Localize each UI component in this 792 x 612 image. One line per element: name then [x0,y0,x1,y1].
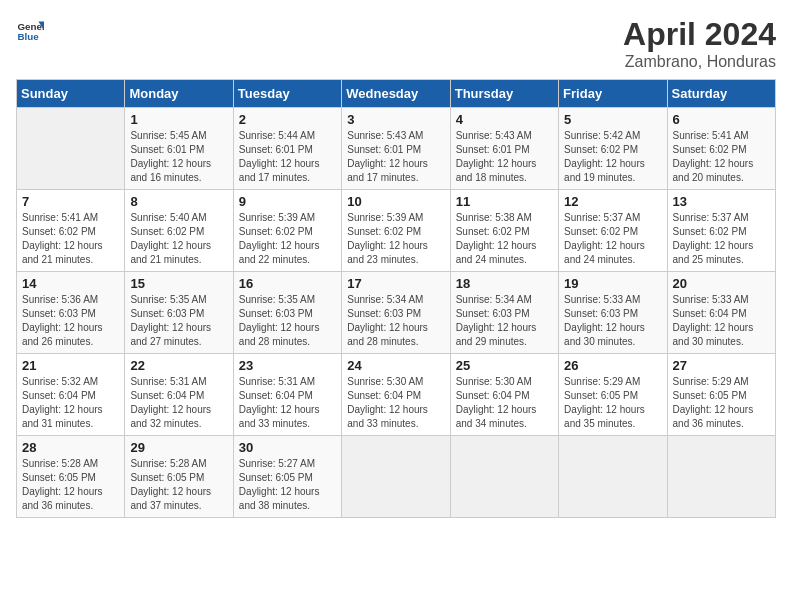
day-number: 6 [673,112,770,127]
day-info: Sunrise: 5:31 AM Sunset: 6:04 PM Dayligh… [130,375,227,431]
table-cell [559,436,667,518]
col-sunday: Sunday [17,80,125,108]
table-cell [17,108,125,190]
day-info: Sunrise: 5:38 AM Sunset: 6:02 PM Dayligh… [456,211,553,267]
day-number: 12 [564,194,661,209]
week-row-5: 28Sunrise: 5:28 AM Sunset: 6:05 PM Dayli… [17,436,776,518]
week-row-3: 14Sunrise: 5:36 AM Sunset: 6:03 PM Dayli… [17,272,776,354]
day-number: 2 [239,112,336,127]
day-info: Sunrise: 5:41 AM Sunset: 6:02 PM Dayligh… [673,129,770,185]
day-number: 27 [673,358,770,373]
table-cell: 22Sunrise: 5:31 AM Sunset: 6:04 PM Dayli… [125,354,233,436]
calendar-title: April 2024 [623,16,776,53]
day-info: Sunrise: 5:35 AM Sunset: 6:03 PM Dayligh… [130,293,227,349]
day-number: 1 [130,112,227,127]
day-info: Sunrise: 5:27 AM Sunset: 6:05 PM Dayligh… [239,457,336,513]
table-cell: 4Sunrise: 5:43 AM Sunset: 6:01 PM Daylig… [450,108,558,190]
day-info: Sunrise: 5:39 AM Sunset: 6:02 PM Dayligh… [347,211,444,267]
day-number: 21 [22,358,119,373]
day-number: 24 [347,358,444,373]
day-info: Sunrise: 5:40 AM Sunset: 6:02 PM Dayligh… [130,211,227,267]
day-info: Sunrise: 5:28 AM Sunset: 6:05 PM Dayligh… [22,457,119,513]
table-cell: 19Sunrise: 5:33 AM Sunset: 6:03 PM Dayli… [559,272,667,354]
table-cell: 15Sunrise: 5:35 AM Sunset: 6:03 PM Dayli… [125,272,233,354]
day-number: 23 [239,358,336,373]
table-cell: 1Sunrise: 5:45 AM Sunset: 6:01 PM Daylig… [125,108,233,190]
day-info: Sunrise: 5:28 AM Sunset: 6:05 PM Dayligh… [130,457,227,513]
svg-text:Blue: Blue [17,31,39,42]
table-cell: 12Sunrise: 5:37 AM Sunset: 6:02 PM Dayli… [559,190,667,272]
day-info: Sunrise: 5:39 AM Sunset: 6:02 PM Dayligh… [239,211,336,267]
col-thursday: Thursday [450,80,558,108]
table-cell [667,436,775,518]
table-cell: 11Sunrise: 5:38 AM Sunset: 6:02 PM Dayli… [450,190,558,272]
day-number: 10 [347,194,444,209]
table-cell: 6Sunrise: 5:41 AM Sunset: 6:02 PM Daylig… [667,108,775,190]
table-cell: 8Sunrise: 5:40 AM Sunset: 6:02 PM Daylig… [125,190,233,272]
day-number: 8 [130,194,227,209]
table-cell: 14Sunrise: 5:36 AM Sunset: 6:03 PM Dayli… [17,272,125,354]
title-block: April 2024 Zambrano, Honduras [623,16,776,71]
day-info: Sunrise: 5:30 AM Sunset: 6:04 PM Dayligh… [347,375,444,431]
day-info: Sunrise: 5:34 AM Sunset: 6:03 PM Dayligh… [347,293,444,349]
calendar-subtitle: Zambrano, Honduras [623,53,776,71]
day-number: 5 [564,112,661,127]
day-info: Sunrise: 5:33 AM Sunset: 6:04 PM Dayligh… [673,293,770,349]
col-friday: Friday [559,80,667,108]
page-header: General Blue April 2024 Zambrano, Hondur… [16,16,776,71]
day-number: 25 [456,358,553,373]
col-wednesday: Wednesday [342,80,450,108]
day-number: 26 [564,358,661,373]
col-tuesday: Tuesday [233,80,341,108]
day-number: 11 [456,194,553,209]
table-cell: 29Sunrise: 5:28 AM Sunset: 6:05 PM Dayli… [125,436,233,518]
table-cell: 24Sunrise: 5:30 AM Sunset: 6:04 PM Dayli… [342,354,450,436]
week-row-1: 1Sunrise: 5:45 AM Sunset: 6:01 PM Daylig… [17,108,776,190]
day-info: Sunrise: 5:29 AM Sunset: 6:05 PM Dayligh… [564,375,661,431]
day-info: Sunrise: 5:42 AM Sunset: 6:02 PM Dayligh… [564,129,661,185]
col-saturday: Saturday [667,80,775,108]
table-cell: 20Sunrise: 5:33 AM Sunset: 6:04 PM Dayli… [667,272,775,354]
day-number: 7 [22,194,119,209]
table-cell: 26Sunrise: 5:29 AM Sunset: 6:05 PM Dayli… [559,354,667,436]
table-cell: 13Sunrise: 5:37 AM Sunset: 6:02 PM Dayli… [667,190,775,272]
week-row-2: 7Sunrise: 5:41 AM Sunset: 6:02 PM Daylig… [17,190,776,272]
day-number: 17 [347,276,444,291]
table-cell: 25Sunrise: 5:30 AM Sunset: 6:04 PM Dayli… [450,354,558,436]
table-cell: 2Sunrise: 5:44 AM Sunset: 6:01 PM Daylig… [233,108,341,190]
day-number: 9 [239,194,336,209]
table-cell: 10Sunrise: 5:39 AM Sunset: 6:02 PM Dayli… [342,190,450,272]
day-info: Sunrise: 5:34 AM Sunset: 6:03 PM Dayligh… [456,293,553,349]
logo: General Blue [16,16,44,44]
day-number: 30 [239,440,336,455]
day-number: 19 [564,276,661,291]
generalblue-logo-icon: General Blue [16,16,44,44]
table-cell: 7Sunrise: 5:41 AM Sunset: 6:02 PM Daylig… [17,190,125,272]
table-cell: 21Sunrise: 5:32 AM Sunset: 6:04 PM Dayli… [17,354,125,436]
calendar-header-row: Sunday Monday Tuesday Wednesday Thursday… [17,80,776,108]
day-number: 15 [130,276,227,291]
col-monday: Monday [125,80,233,108]
table-cell: 27Sunrise: 5:29 AM Sunset: 6:05 PM Dayli… [667,354,775,436]
table-cell: 30Sunrise: 5:27 AM Sunset: 6:05 PM Dayli… [233,436,341,518]
day-info: Sunrise: 5:30 AM Sunset: 6:04 PM Dayligh… [456,375,553,431]
week-row-4: 21Sunrise: 5:32 AM Sunset: 6:04 PM Dayli… [17,354,776,436]
table-cell: 9Sunrise: 5:39 AM Sunset: 6:02 PM Daylig… [233,190,341,272]
day-info: Sunrise: 5:41 AM Sunset: 6:02 PM Dayligh… [22,211,119,267]
day-info: Sunrise: 5:29 AM Sunset: 6:05 PM Dayligh… [673,375,770,431]
day-number: 16 [239,276,336,291]
table-cell: 18Sunrise: 5:34 AM Sunset: 6:03 PM Dayli… [450,272,558,354]
day-number: 22 [130,358,227,373]
day-number: 20 [673,276,770,291]
table-cell: 3Sunrise: 5:43 AM Sunset: 6:01 PM Daylig… [342,108,450,190]
day-info: Sunrise: 5:37 AM Sunset: 6:02 PM Dayligh… [564,211,661,267]
day-number: 4 [456,112,553,127]
day-number: 3 [347,112,444,127]
table-cell [450,436,558,518]
table-cell: 17Sunrise: 5:34 AM Sunset: 6:03 PM Dayli… [342,272,450,354]
table-cell: 5Sunrise: 5:42 AM Sunset: 6:02 PM Daylig… [559,108,667,190]
table-cell: 23Sunrise: 5:31 AM Sunset: 6:04 PM Dayli… [233,354,341,436]
day-info: Sunrise: 5:32 AM Sunset: 6:04 PM Dayligh… [22,375,119,431]
day-info: Sunrise: 5:37 AM Sunset: 6:02 PM Dayligh… [673,211,770,267]
day-info: Sunrise: 5:35 AM Sunset: 6:03 PM Dayligh… [239,293,336,349]
